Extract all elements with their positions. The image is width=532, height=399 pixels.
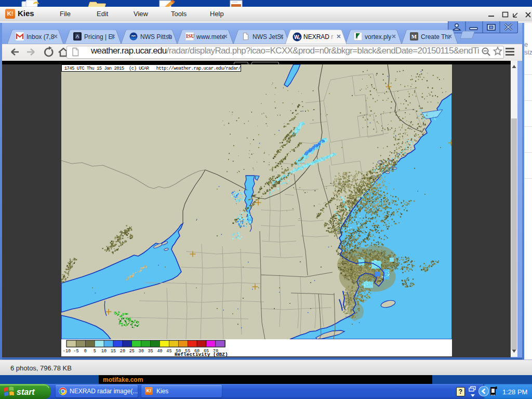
svg-text:W: W <box>294 34 299 40</box>
svg-text:start: start <box>17 388 35 396</box>
svg-text:25: 25 <box>129 349 135 354</box>
svg-text:Reflectivity (dBZ): Reflectivity (dBZ) <box>175 352 228 356</box>
svg-text:40: 40 <box>157 349 162 354</box>
svg-text:35: 35 <box>148 349 153 354</box>
svg-text:10: 10 <box>101 349 107 354</box>
svg-text:-5: -5 <box>73 349 78 354</box>
svg-text:20: 20 <box>120 349 125 354</box>
svg-text:-10: -10 <box>63 349 71 354</box>
svg-text:5: 5 <box>94 349 96 354</box>
svg-text:15: 15 <box>111 349 116 354</box>
svg-text:30: 30 <box>139 349 144 354</box>
svg-text:45: 45 <box>166 349 171 354</box>
svg-text:0: 0 <box>84 349 87 354</box>
